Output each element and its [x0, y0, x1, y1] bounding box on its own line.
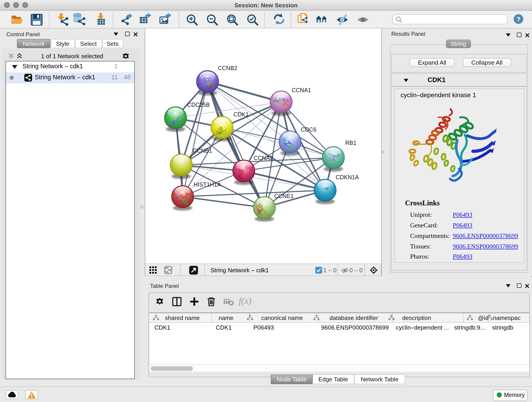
svg-text:CDK1: CDK1: [233, 111, 249, 118]
svg-text:RB1: RB1: [345, 140, 356, 146]
svg-text:CCNE1: CCNE1: [274, 193, 293, 199]
svg-text:HIST1H1A: HIST1H1A: [193, 181, 221, 188]
svg-text:CCNB2: CCNB2: [218, 65, 237, 71]
svg-text:CCNB1: CCNB1: [192, 147, 212, 154]
svg-text:CDC25B: CDC25B: [187, 102, 210, 108]
svg-text:CDC6: CDC6: [301, 126, 316, 133]
svg-text:CCNA1: CCNA1: [291, 87, 311, 93]
svg-text:CDKN1A: CDKN1A: [336, 174, 359, 180]
svg-text:CCNA2: CCNA2: [253, 155, 273, 161]
